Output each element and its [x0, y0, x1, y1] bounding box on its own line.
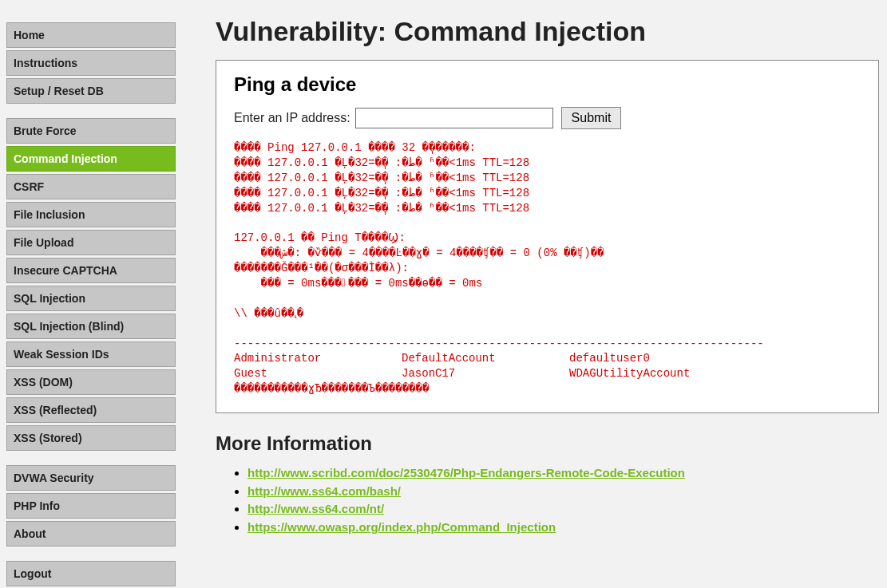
nav-xss-reflected[interactable]: XSS (Reflected) — [6, 397, 176, 423]
nav-group-3: DVWA SecurityPHP InfoAbout — [6, 465, 176, 547]
nav-home[interactable]: Home — [6, 22, 176, 48]
nav-command-injection[interactable]: Command Injection — [6, 146, 176, 172]
more-info-title: More Information — [216, 432, 879, 455]
nav-about[interactable]: About — [6, 521, 176, 547]
nav-logout[interactable]: Logout — [6, 561, 176, 586]
info-link-item: http://www.scribd.com/doc/2530476/Php-En… — [247, 464, 879, 483]
info-link-item: http://www.ss64.com/bash/ — [247, 483, 879, 501]
page-title: Vulnerability: Command Injection — [216, 16, 879, 47]
nav-group-1: HomeInstructionsSetup / Reset DB — [6, 22, 176, 104]
ip-label: Enter an IP address: — [234, 111, 350, 125]
nav-instructions[interactable]: Instructions — [6, 50, 176, 76]
nav-xss-dom[interactable]: XSS (DOM) — [6, 369, 176, 395]
info-link[interactable]: http://www.scribd.com/doc/2530476/Php-En… — [247, 466, 685, 479]
main-content: Vulnerability: Command Injection Ping a … — [216, 16, 879, 588]
submit-button[interactable]: Submit — [561, 107, 622, 129]
info-link[interactable]: http://www.ss64.com/bash/ — [247, 484, 401, 498]
ip-input[interactable] — [355, 108, 553, 128]
info-link-list: http://www.scribd.com/doc/2530476/Php-En… — [216, 464, 879, 536]
nav-file-upload[interactable]: File Upload — [6, 230, 176, 255]
nav-sql-injection[interactable]: SQL Injection — [6, 286, 176, 311]
nav-file-inclusion[interactable]: File Inclusion — [6, 202, 176, 227]
nav-group-2: Brute ForceCommand InjectionCSRFFile Inc… — [6, 118, 176, 451]
nav-dvwa-security[interactable]: DVWA Security — [6, 465, 176, 491]
nav-group-4: Logout — [6, 561, 176, 586]
nav-csrf[interactable]: CSRF — [6, 174, 176, 199]
nav-brute-force[interactable]: Brute Force — [6, 118, 176, 144]
panel-title: Ping a device — [234, 73, 861, 96]
info-link-item: http://www.ss64.com/nt/ — [247, 500, 879, 519]
nav-setup[interactable]: Setup / Reset DB — [6, 78, 176, 104]
info-link[interactable]: https://www.owasp.org/index.php/Command_… — [247, 520, 556, 534]
command-output: ���� Ping 127.0.0.1 ���� 32 �ֽ������: ��… — [234, 140, 861, 397]
nav-weak-session-ids[interactable]: Weak Session IDs — [6, 341, 176, 367]
info-link[interactable]: http://www.ss64.com/nt/ — [247, 502, 384, 515]
nav-php-info[interactable]: PHP Info — [6, 493, 176, 519]
nav-sql-injection-blind[interactable]: SQL Injection (Blind) — [6, 314, 176, 339]
sidebar: HomeInstructionsSetup / Reset DB Brute F… — [6, 16, 176, 588]
ping-panel: Ping a device Enter an IP address: Submi… — [216, 60, 879, 413]
nav-insecure-captcha[interactable]: Insecure CAPTCHA — [6, 258, 176, 283]
info-link-item: https://www.owasp.org/index.php/Command_… — [247, 519, 879, 537]
nav-xss-stored[interactable]: XSS (Stored) — [6, 425, 176, 451]
ip-form-row: Enter an IP address: Submit — [234, 107, 861, 129]
